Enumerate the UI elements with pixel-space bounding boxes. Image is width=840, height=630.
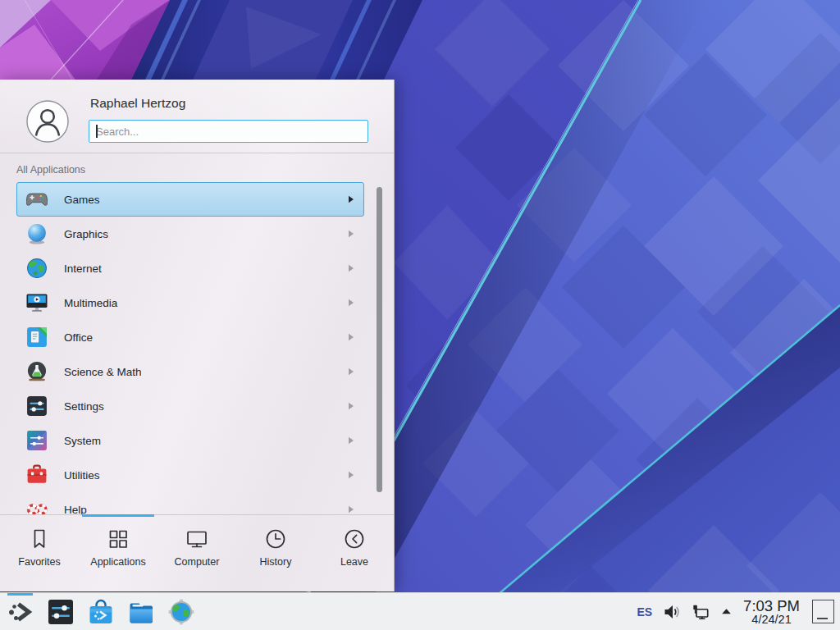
multimedia-monitor-icon <box>26 292 48 313</box>
desktop: Raphael Hertzog All Applications GamesGr… <box>0 0 840 630</box>
tab-label: Leave <box>340 556 368 568</box>
submenu-arrow-icon <box>348 505 354 514</box>
active-task-indicator <box>7 593 33 596</box>
submenu-arrow-icon <box>348 230 354 238</box>
scrollbar-thumb[interactable] <box>377 187 382 492</box>
category-label: Games <box>64 194 100 206</box>
category-office[interactable]: Office <box>16 320 364 354</box>
monitor-icon <box>185 527 209 551</box>
discover-icon <box>87 598 115 626</box>
section-label: All Applications <box>16 164 85 176</box>
search-input[interactable] <box>89 120 368 143</box>
tab-label: Computer <box>175 556 220 568</box>
leave-icon <box>342 527 367 551</box>
tab-label: Favorites <box>18 556 60 568</box>
system-sliders-icon <box>26 430 48 451</box>
kde-launcher-icon <box>7 598 34 626</box>
clock-time: 7:03 PM <box>743 598 800 614</box>
tab-label: History <box>260 556 292 568</box>
submenu-arrow-icon <box>348 402 354 410</box>
taskbar-panel: ES 7:03 PM 4/24/21 <box>0 592 840 630</box>
system-settings-button[interactable] <box>46 596 75 628</box>
submenu-arrow-icon <box>348 333 354 341</box>
category-label: Utilities <box>64 469 100 482</box>
network-tray-button[interactable] <box>692 603 710 621</box>
keyboard-layout-indicator[interactable]: ES <box>637 605 652 619</box>
category-label: Internet <box>64 262 102 275</box>
utilities-toolbox-icon <box>26 464 48 486</box>
category-label: Multimedia <box>64 297 117 309</box>
user-avatar[interactable] <box>26 100 69 143</box>
submenu-arrow-icon <box>348 195 354 203</box>
application-launcher-popup: Raphael Hertzog All Applications GamesGr… <box>0 80 395 591</box>
launcher-tabbar: FavoritesApplicationsComputerHistoryLeav… <box>0 514 394 592</box>
application-launcher-button[interactable] <box>6 596 35 628</box>
submenu-arrow-icon <box>348 264 354 272</box>
category-system[interactable]: System <box>16 423 364 458</box>
web-browser-icon <box>167 598 195 626</box>
graphics-sphere-icon <box>26 223 48 244</box>
category-label: System <box>64 435 101 447</box>
category-utilities[interactable]: Utilities <box>16 458 364 492</box>
launcher-header: Raphael Hertzog <box>0 80 394 153</box>
tab-leave[interactable]: Leave <box>315 515 394 592</box>
settings-sliders-icon <box>26 395 48 417</box>
category-label: Graphics <box>64 228 108 240</box>
category-label: Help <box>64 504 87 515</box>
submenu-arrow-icon <box>348 436 354 445</box>
expand-tray-tray-button[interactable] <box>720 605 733 618</box>
category-settings[interactable]: Settings <box>16 389 364 423</box>
category-label: Science & Math <box>64 366 142 378</box>
submenu-arrow-icon <box>348 299 354 307</box>
category-games[interactable]: Games <box>16 182 364 217</box>
user-name: Raphael Hertzog <box>90 96 185 111</box>
tab-label: Applications <box>90 556 145 568</box>
web-browser-button[interactable] <box>167 596 196 628</box>
file-manager-button[interactable] <box>126 596 156 628</box>
show-desktop-glyph <box>817 618 828 619</box>
category-multimedia[interactable]: Multimedia <box>16 285 364 320</box>
volume-tray-button[interactable] <box>663 603 681 621</box>
clock-icon <box>263 527 288 551</box>
show-desktop-button[interactable] <box>812 600 834 623</box>
category-science-math[interactable]: Science & Math <box>16 354 364 389</box>
category-graphics[interactable]: Graphics <box>16 217 364 251</box>
system-settings-icon <box>47 598 75 626</box>
grid-icon <box>106 527 130 551</box>
category-label: Settings <box>64 400 104 413</box>
chevron-up-icon <box>720 605 733 618</box>
network-icon <box>692 603 710 621</box>
office-document-icon <box>26 326 48 348</box>
active-tab-indicator <box>82 514 154 517</box>
volume-icon <box>663 603 681 621</box>
category-list: GamesGraphicsInternetMultimediaOfficeSci… <box>0 182 394 514</box>
tab-favorites[interactable]: Favorites <box>0 515 79 592</box>
tab-history[interactable]: History <box>236 515 315 592</box>
science-flask-icon <box>26 361 48 382</box>
submenu-arrow-icon <box>348 368 354 376</box>
discover-software-center-button[interactable] <box>86 596 116 628</box>
digital-clock[interactable]: 7:03 PM 4/24/21 <box>743 598 800 627</box>
system-tray: ES 7:03 PM 4/24/21 <box>637 598 840 627</box>
help-lifebuoy-icon <box>26 499 48 514</box>
submenu-arrow-icon <box>348 471 354 479</box>
tab-applications[interactable]: Applications <box>79 515 158 592</box>
category-help[interactable]: Help <box>16 492 364 514</box>
file-manager-icon <box>127 598 155 626</box>
bookmark-icon <box>27 527 52 551</box>
category-label: Office <box>64 331 93 344</box>
tab-computer[interactable]: Computer <box>158 515 236 592</box>
taskbar-left <box>0 596 196 628</box>
clock-date: 4/24/21 <box>751 614 791 626</box>
category-internet[interactable]: Internet <box>16 251 364 285</box>
gamepad-icon <box>26 189 48 210</box>
globe-icon <box>26 258 48 279</box>
text-caret <box>96 125 98 138</box>
